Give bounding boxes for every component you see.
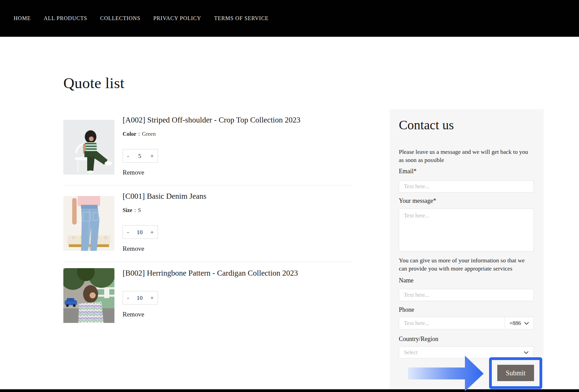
nav-item-collections[interactable]: COLLECTIONS <box>100 15 140 21</box>
name-label: Name <box>399 277 413 284</box>
footer-strip <box>0 389 579 392</box>
variant-value: S <box>138 207 141 213</box>
quantity-stepper: - + <box>123 149 158 163</box>
phone-field[interactable] <box>399 317 504 329</box>
variant-separator: ： <box>136 131 142 137</box>
product-details: [B002] Herringbone Pattern - Cardigan Co… <box>123 268 354 323</box>
decrease-quantity-button[interactable]: - <box>127 229 129 235</box>
email-field[interactable] <box>399 180 534 193</box>
submit-highlight-box <box>489 357 542 389</box>
item-divider <box>63 185 353 185</box>
contact-intro-text: Please leave us a message and we will ge… <box>399 148 534 164</box>
phone-label: Phone <box>399 306 414 313</box>
variant-label: Size <box>123 207 132 213</box>
page-title: Quote list <box>63 74 124 92</box>
product-title: [C001] Basic Denim Jeans <box>123 192 206 201</box>
variant-label: Color <box>123 131 136 137</box>
remove-link[interactable]: Remove <box>123 311 144 318</box>
nav-item-home[interactable]: HOME <box>14 15 31 21</box>
phone-input-group: +886 <box>399 317 534 329</box>
remove-link[interactable]: Remove <box>123 169 144 176</box>
message-field[interactable] <box>399 209 534 251</box>
product-image <box>63 196 114 251</box>
country-region-label: Country/Region <box>399 336 438 343</box>
quantity-input[interactable] <box>134 294 145 301</box>
quantity-stepper: - + <box>123 291 158 305</box>
product-image <box>63 120 114 175</box>
product-title: [A002] Striped Off-shoulder - Crop Top C… <box>123 116 300 125</box>
increase-quantity-button[interactable]: + <box>150 229 154 235</box>
product-variant: Size：S <box>123 207 141 214</box>
message-label: Your message* <box>399 197 436 205</box>
product-image <box>63 268 114 323</box>
chevron-down-icon <box>524 351 529 354</box>
contact-title: Contact us <box>399 117 454 132</box>
decrease-quantity-button[interactable]: - <box>127 295 129 301</box>
name-field[interactable] <box>399 289 534 301</box>
annotation-arrow-icon <box>406 354 485 392</box>
contact-us-panel: Contact us Please leave us a message and… <box>390 109 544 392</box>
nav-item-terms-of-service[interactable]: TERMS OF SERVICE <box>214 15 269 21</box>
quote-list-item: [B002] Herringbone Pattern - Cardigan Co… <box>63 268 356 323</box>
chevron-down-icon <box>524 322 529 325</box>
product-details: [A002] Striped Off-shoulder - Crop Top C… <box>123 120 354 175</box>
nav-item-privacy-policy[interactable]: PRIVACY POLICY <box>153 15 201 21</box>
page: HOME ALL PRODUCTS COLLECTIONS PRIVACY PO… <box>0 0 579 392</box>
product-title: [B002] Herringbone Pattern - Cardigan Co… <box>123 269 298 278</box>
quantity-input[interactable] <box>134 152 145 160</box>
product-details: [C001] Basic Denim Jeans Size：S - + Remo… <box>123 196 354 251</box>
nav-item-all-products[interactable]: ALL PRODUCTS <box>44 15 87 21</box>
quantity-stepper: - + <box>123 225 158 239</box>
variant-separator: ： <box>132 207 138 213</box>
phone-country-code-selector[interactable]: +886 <box>504 317 533 329</box>
quantity-input[interactable] <box>134 229 145 236</box>
remove-link[interactable]: Remove <box>123 245 144 252</box>
quote-list-item: [A002] Striped Off-shoulder - Crop Top C… <box>63 120 356 175</box>
increase-quantity-button[interactable]: + <box>150 295 154 301</box>
top-nav: HOME ALL PRODUCTS COLLECTIONS PRIVACY PO… <box>0 0 579 37</box>
variant-value: Green <box>142 131 156 137</box>
phone-country-code-value: +886 <box>509 320 521 327</box>
quote-list-item: [C001] Basic Denim Jeans Size：S - + Remo… <box>63 196 356 251</box>
decrease-quantity-button[interactable]: - <box>127 153 129 159</box>
product-variant: Color：Green <box>123 130 156 138</box>
email-label: Email* <box>399 168 417 175</box>
increase-quantity-button[interactable]: + <box>150 153 154 159</box>
item-divider <box>63 262 353 262</box>
contact-info-note: You can give us more of your information… <box>399 256 534 273</box>
